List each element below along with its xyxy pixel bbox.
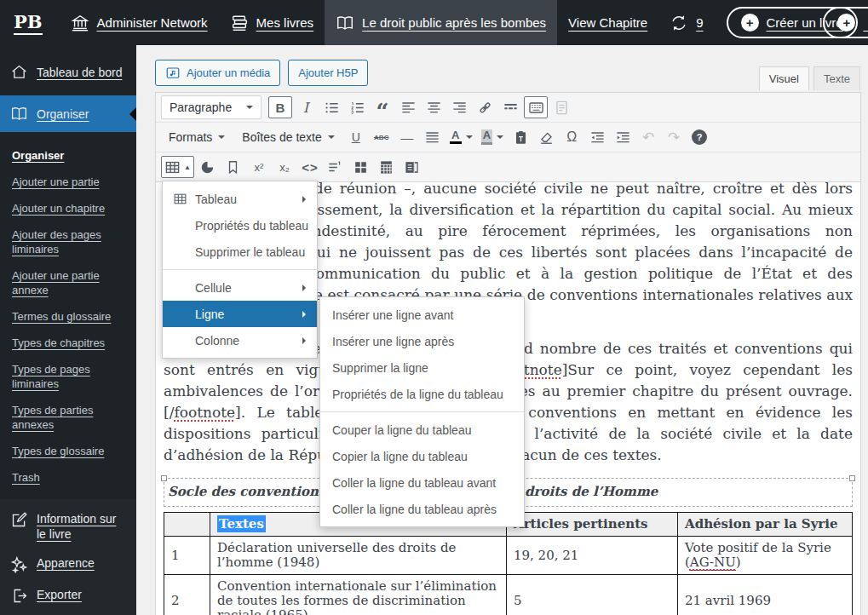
blockquote-button[interactable]: “ [371,96,394,118]
anchor-button[interactable] [221,156,245,178]
submenu-item-copy-row[interactable]: Copier la ligne du tableau [320,443,524,469]
topbar-updates[interactable]: 9 [658,0,714,45]
selection-handle[interactable] [849,475,855,481]
topbar-item-current-book[interactable]: Le droit public après les bombes [325,0,557,45]
read-more-button[interactable] [498,96,522,118]
submenu-item-trash[interactable]: Trash [0,464,136,491]
topbar-item-administer-network[interactable]: Administer Network [60,0,219,45]
selection-handle[interactable] [161,475,167,481]
home-icon [10,63,28,81]
paste-as-text-button[interactable] [509,126,532,148]
add-h5p-button[interactable]: Ajouter H5P [288,60,368,86]
submenu-item-row-properties[interactable]: Propriétés de la ligne du tableau [320,381,524,407]
cell-texte[interactable]: Déclaration universelle des droits de l’… [210,537,507,575]
formats-select[interactable]: Formats [161,125,233,149]
text-color-button[interactable]: A [446,126,476,148]
submenu-item-organiser[interactable]: Organiser [0,142,136,169]
sidebar-item-label: Exporter [37,587,82,602]
toolbar-toggle-button[interactable] [524,96,548,118]
submenu-item-add-front-matter[interactable]: Ajouter des pages liminaires [0,221,136,262]
sidebar-item-export[interactable]: Exporter [0,580,136,612]
cell-num[interactable]: 1 [164,537,210,575]
submenu-item-back-matter-types[interactable]: Types de parties annexes [0,397,136,438]
cell-adhesion[interactable]: Vote positif de la Syrie (AG-NU) [678,537,853,575]
cell-num[interactable]: 2 [164,575,210,615]
help-button[interactable]: ? [687,126,711,148]
italic-button[interactable]: I [294,96,318,118]
submenu-item-add-part[interactable]: Ajouter une partie [0,169,136,195]
sidebar-item-book-info[interactable]: Information sur le livre [0,504,136,549]
bold-button[interactable]: B [268,96,292,118]
bullet-list-button[interactable] [319,96,343,118]
strikethrough-button[interactable]: ABC [370,126,394,148]
sidebar-item-organize[interactable]: Organiser [0,95,136,132]
align-center-button[interactable] [422,96,445,118]
submenu-item-add-chapter[interactable]: Ajouter un chapitre [0,195,136,221]
tab-text[interactable]: Texte [813,66,860,90]
menu-item-row[interactable]: Ligne [163,301,317,327]
outdent-button[interactable] [585,126,609,148]
cell-articles[interactable]: 5 [507,575,678,615]
header-cell-empty[interactable] [164,513,210,537]
topbar-item-view-chapter[interactable]: View Chapitre [557,0,658,45]
footnote-close-token: footnote [174,404,235,421]
undo-button[interactable]: ↶ [636,126,660,148]
distraction-free-button[interactable] [549,96,573,118]
insert-link-button[interactable] [473,96,497,118]
table-generator-button[interactable] [375,156,399,178]
special-character-button[interactable]: Ω [560,126,583,148]
clear-formatting-button[interactable] [534,126,558,148]
create-user-button-partial[interactable]: + [823,7,868,38]
topbar-item-my-books[interactable]: Mes livres [219,0,325,45]
numbered-list-button[interactable] [345,96,369,118]
submenu-item-paste-row-after[interactable]: Coller la ligne du tableau après [320,496,524,522]
textbook-layout-button[interactable] [400,156,424,178]
menu-item-delete-table[interactable]: Supprimer le tableau [163,239,317,265]
align-left-button[interactable] [396,96,420,118]
submenu-item-glossary-types[interactable]: Types de glossaire [0,438,136,464]
sidebar-item-appearance[interactable]: Apparence [0,549,136,580]
textboxes-select[interactable]: Boîtes de texte [234,125,342,149]
chart-button[interactable] [196,156,220,178]
submenu-item-cut-row[interactable]: Couper la ligne du tableau [320,417,524,443]
conventions-table[interactable]: Textes Articles pertinents Adhésion par … [164,512,853,615]
add-media-button[interactable]: Ajouter un média [155,60,280,86]
menu-item-column[interactable]: Colonne [163,327,317,353]
header-cell-articles[interactable]: Articles pertinents [507,513,678,537]
submenu-item-front-matter-types[interactable]: Types de pages liminaires [0,356,136,397]
pressbooks-logo[interactable]: PB [14,11,43,35]
header-cell-adhesion[interactable]: Adhésion par la Syrie [678,513,853,537]
tab-visual[interactable]: Visuel [759,66,809,90]
underline-button[interactable]: U [344,126,368,148]
background-color-button[interactable]: A [478,126,507,148]
paragraph-format-select[interactable]: Paragraphe [161,95,262,119]
submenu-item-paste-row-before[interactable]: Coller la ligne du tableau avant [320,469,524,496]
menu-item-tableau[interactable]: Tableau [163,186,317,212]
cell-adhesion[interactable]: 21 avril 1969 [678,575,853,615]
menu-item-table-properties[interactable]: Propriétés du tableau [163,212,317,239]
align-right-button[interactable] [447,96,471,118]
superscript-button[interactable]: x² [247,156,271,178]
submenu-item-add-back-matter[interactable]: Ajouter une partie annexe [0,262,136,303]
redo-button[interactable]: ↷ [662,126,686,148]
cell-texte[interactable]: Convention internationale sur l’éliminat… [210,575,507,615]
submenu-item-chapter-types[interactable]: Types de chapitres [0,330,136,356]
cell-articles[interactable]: 19, 20, 21 [507,537,678,575]
chevron-down-icon [246,106,253,112]
current-book-title: Le droit public après les bombes [362,15,546,30]
horizontal-rule-button[interactable]: — [395,126,419,148]
sidebar-item-import[interactable]: Importation [0,612,136,615]
menu-item-cell[interactable]: Cellule [163,274,317,301]
sidebar-item-dashboard[interactable]: Tableau de bord [0,54,136,90]
table-button[interactable]: ▲ [161,156,194,178]
blocks-button[interactable] [349,156,373,178]
submenu-item-glossary-terms[interactable]: Termes du glossaire [0,303,136,330]
code-button[interactable]: <> [298,156,322,178]
footnote-button[interactable] [324,156,348,178]
submenu-item-insert-row-before[interactable]: Insérer une ligne avant [320,302,524,328]
subscript-button[interactable]: x₂ [273,156,296,178]
justify-button[interactable] [421,126,445,148]
submenu-item-insert-row-after[interactable]: Insérer une ligne après [320,328,524,354]
submenu-item-delete-row[interactable]: Supprimer la ligne [320,354,524,381]
indent-button[interactable] [611,126,635,148]
